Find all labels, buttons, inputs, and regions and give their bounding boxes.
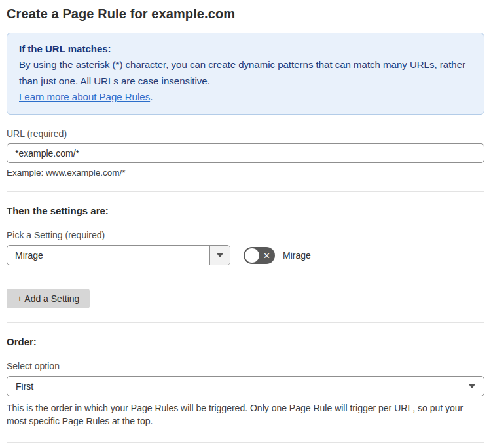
chevron-down-icon: [469, 384, 475, 388]
info-box-link-line: Learn more about Page Rules.: [19, 89, 472, 105]
settings-section-heading: Then the settings are:: [7, 205, 484, 216]
page-rule-form: Create a Page Rule for example.com If th…: [0, 0, 491, 448]
url-matches-info-box: If the URL matches: By using the asteris…: [7, 33, 484, 115]
setting-dropdown-value: Mirage: [7, 246, 209, 265]
toggle-label: Mirage: [283, 250, 311, 261]
divider: [7, 191, 484, 192]
url-input[interactable]: [7, 143, 484, 163]
divider: [7, 322, 484, 323]
setting-dropdown[interactable]: Mirage: [7, 245, 230, 265]
url-field-label: URL (required): [7, 128, 484, 139]
info-box-body: By using the asterisk (*) character, you…: [19, 57, 472, 89]
setting-row: Mirage ✕ Mirage: [7, 245, 484, 265]
divider: [7, 442, 484, 443]
toggle-off-x-icon: ✕: [263, 251, 270, 259]
learn-more-link[interactable]: Learn more about Page Rules: [19, 91, 150, 102]
toggle-knob: [245, 248, 259, 263]
mirage-toggle[interactable]: ✕: [244, 247, 275, 264]
url-field-helper: Example: www.example.com/*: [7, 168, 484, 177]
add-setting-button[interactable]: + Add a Setting: [7, 289, 90, 308]
page-title: Create a Page Rule for example.com: [7, 7, 484, 22]
order-section-heading: Order:: [7, 336, 484, 347]
info-box-heading: If the URL matches:: [19, 41, 472, 57]
order-select[interactable]: First: [7, 376, 484, 396]
order-select-value: First: [16, 381, 33, 392]
link-suffix: .: [150, 91, 153, 102]
order-helper-text: This is the order in which your Page Rul…: [7, 401, 473, 428]
pick-setting-label: Pick a Setting (required): [7, 230, 484, 240]
chevron-down-icon: [217, 253, 223, 257]
select-option-label: Select option: [7, 361, 484, 371]
setting-dropdown-button[interactable]: [209, 246, 230, 265]
